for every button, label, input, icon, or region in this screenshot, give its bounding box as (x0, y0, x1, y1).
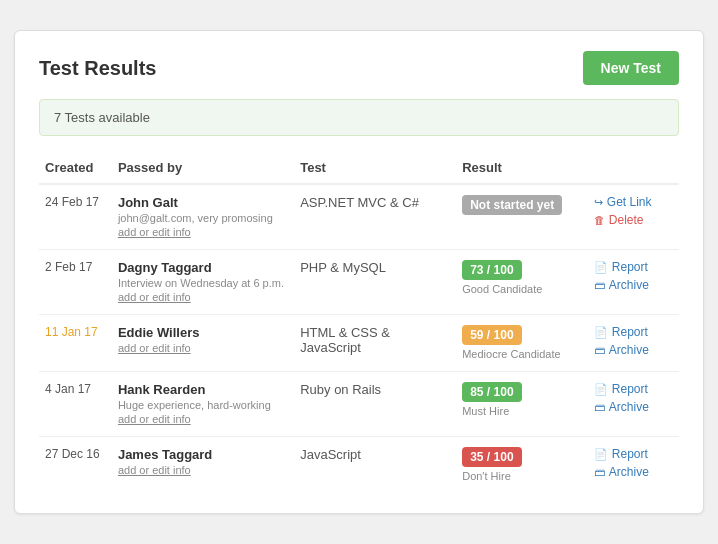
add-edit-link[interactable]: add or edit info (118, 464, 191, 476)
table-row: 24 Feb 17John Galtjohn@galt.com, very pr… (39, 184, 679, 250)
action-label: Report (612, 260, 648, 274)
trash-action-link[interactable]: 🗑Delete (594, 213, 673, 227)
test-name-cell: Ruby on Rails (294, 372, 456, 437)
action-label: Report (612, 382, 648, 396)
archive-action-link[interactable]: 🗃Archive (594, 278, 673, 292)
archive-icon: 🗃 (594, 401, 605, 413)
actions-cell: ↪Get Link🗑Delete (588, 184, 679, 250)
result-badge: 35 / 100 (462, 447, 521, 467)
result-cell: 59 / 100Mediocre Candidate (456, 315, 588, 372)
archive-icon: 🗃 (594, 466, 605, 478)
result-badge: 73 / 100 (462, 260, 521, 280)
result-label: Must Hire (462, 405, 582, 417)
col-created: Created (39, 152, 112, 184)
test-name-cell: PHP & MySQL (294, 250, 456, 315)
passed-by-cell: Hank ReardenHuge experience, hard-workin… (112, 372, 294, 437)
archive-action-link[interactable]: 🗃Archive (594, 400, 673, 414)
actions-cell: 📄Report🗃Archive (588, 372, 679, 437)
add-edit-link[interactable]: add or edit info (118, 226, 191, 238)
report-action-link[interactable]: 📄Report (594, 325, 673, 339)
page-title: Test Results (39, 57, 156, 80)
trash-icon: 🗑 (594, 214, 605, 226)
add-edit-link[interactable]: add or edit info (118, 342, 191, 354)
archive-icon: 🗃 (594, 344, 605, 356)
test-name-cell: ASP.NET MVC & C# (294, 184, 456, 250)
main-card: Test Results New Test 7 Tests available … (14, 30, 704, 514)
candidate-name: Dagny Taggard (118, 260, 288, 275)
passed-by-cell: Dagny TaggardInterview on Wednesday at 6… (112, 250, 294, 315)
result-cell: 73 / 100Good Candidate (456, 250, 588, 315)
result-badge: 59 / 100 (462, 325, 521, 345)
candidate-note: Interview on Wednesday at 6 p.m. (118, 277, 288, 289)
result-badge: 85 / 100 (462, 382, 521, 402)
actions-cell: 📄Report🗃Archive (588, 437, 679, 494)
link-action-link[interactable]: ↪Get Link (594, 195, 673, 209)
result-badge: Not started yet (462, 195, 562, 215)
table-row: 2 Feb 17Dagny TaggardInterview on Wednes… (39, 250, 679, 315)
result-label: Good Candidate (462, 283, 582, 295)
archive-action-link[interactable]: 🗃Archive (594, 343, 673, 357)
date-cell: 2 Feb 17 (39, 250, 112, 315)
table-row: 27 Dec 16James Taggardadd or edit infoJa… (39, 437, 679, 494)
add-edit-link[interactable]: add or edit info (118, 413, 191, 425)
date-cell: 11 Jan 17 (39, 315, 112, 372)
result-cell: 85 / 100Must Hire (456, 372, 588, 437)
result-label: Don't Hire (462, 470, 582, 482)
action-label: Report (612, 447, 648, 461)
report-icon: 📄 (594, 326, 608, 339)
passed-by-cell: James Taggardadd or edit info (112, 437, 294, 494)
passed-by-cell: John Galtjohn@galt.com, very promosingad… (112, 184, 294, 250)
action-label: Archive (609, 465, 649, 479)
col-actions (588, 152, 679, 184)
action-label: Report (612, 325, 648, 339)
tests-available-banner: 7 Tests available (39, 99, 679, 136)
table-header-row: Created Passed by Test Result (39, 152, 679, 184)
action-label: Get Link (607, 195, 652, 209)
test-name-cell: JavaScript (294, 437, 456, 494)
actions-cell: 📄Report🗃Archive (588, 315, 679, 372)
report-icon: 📄 (594, 448, 608, 461)
candidate-name: James Taggard (118, 447, 288, 462)
archive-icon: 🗃 (594, 279, 605, 291)
date-cell: 24 Feb 17 (39, 184, 112, 250)
report-icon: 📄 (594, 261, 608, 274)
archive-action-link[interactable]: 🗃Archive (594, 465, 673, 479)
report-icon: 📄 (594, 383, 608, 396)
table-row: 4 Jan 17Hank ReardenHuge experience, har… (39, 372, 679, 437)
table-row: 11 Jan 17Eddie Willersadd or edit infoHT… (39, 315, 679, 372)
link-icon: ↪ (594, 196, 603, 209)
date-cell: 4 Jan 17 (39, 372, 112, 437)
col-test: Test (294, 152, 456, 184)
action-label: Archive (609, 278, 649, 292)
passed-by-cell: Eddie Willersadd or edit info (112, 315, 294, 372)
results-table: Created Passed by Test Result 24 Feb 17J… (39, 152, 679, 493)
col-passed-by: Passed by (112, 152, 294, 184)
test-name-cell: HTML & CSS & JavaScript (294, 315, 456, 372)
add-edit-link[interactable]: add or edit info (118, 291, 191, 303)
candidate-name: John Galt (118, 195, 288, 210)
actions-cell: 📄Report🗃Archive (588, 250, 679, 315)
candidate-name: Eddie Willers (118, 325, 288, 340)
report-action-link[interactable]: 📄Report (594, 382, 673, 396)
action-label: Archive (609, 343, 649, 357)
candidate-name: Hank Rearden (118, 382, 288, 397)
result-label: Mediocre Candidate (462, 348, 582, 360)
col-result: Result (456, 152, 588, 184)
report-action-link[interactable]: 📄Report (594, 260, 673, 274)
report-action-link[interactable]: 📄Report (594, 447, 673, 461)
candidate-note: john@galt.com, very promosing (118, 212, 288, 224)
result-cell: Not started yet (456, 184, 588, 250)
new-test-button[interactable]: New Test (583, 51, 679, 85)
action-label: Delete (609, 213, 644, 227)
candidate-note: Huge experience, hard-working (118, 399, 288, 411)
result-cell: 35 / 100Don't Hire (456, 437, 588, 494)
date-cell: 27 Dec 16 (39, 437, 112, 494)
action-label: Archive (609, 400, 649, 414)
card-header: Test Results New Test (39, 51, 679, 85)
